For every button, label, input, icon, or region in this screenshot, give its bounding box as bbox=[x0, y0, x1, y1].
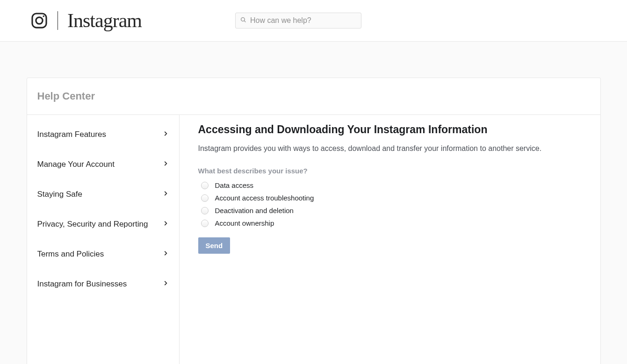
help-center-body: Instagram Features Manage Your Account S… bbox=[27, 115, 600, 364]
sidebar-item-manage-account[interactable]: Manage Your Account bbox=[27, 150, 179, 179]
radio-icon[interactable] bbox=[201, 182, 209, 189]
sidebar-nav: Instagram Features Manage Your Account S… bbox=[27, 115, 180, 364]
radio-label: Deactivation and deletion bbox=[215, 207, 294, 214]
chevron-right-icon bbox=[162, 190, 169, 199]
logo-group[interactable]: Instagram bbox=[30, 9, 142, 32]
instagram-glyph-icon bbox=[30, 12, 48, 29]
article-main: Accessing and Downloading Your Instagram… bbox=[180, 115, 600, 364]
radio-icon[interactable] bbox=[201, 194, 209, 202]
issue-question: What best describes your issue? bbox=[198, 167, 582, 175]
svg-rect-0 bbox=[32, 14, 46, 28]
search-icon bbox=[240, 17, 246, 24]
logo-divider bbox=[58, 11, 58, 30]
sidebar-item-label: Staying Safe bbox=[37, 190, 82, 199]
help-center-header: Help Center bbox=[27, 78, 600, 115]
top-header: Instagram bbox=[0, 0, 627, 42]
radio-icon[interactable] bbox=[201, 207, 209, 214]
chevron-right-icon bbox=[162, 160, 169, 169]
radio-option-account-access[interactable]: Account access troubleshooting bbox=[201, 194, 582, 202]
search-wrap bbox=[235, 13, 361, 29]
svg-point-3 bbox=[241, 18, 245, 21]
radio-option-ownership[interactable]: Account ownership bbox=[201, 219, 582, 227]
chevron-right-icon bbox=[162, 279, 169, 289]
article-title: Accessing and Downloading Your Instagram… bbox=[198, 123, 582, 136]
chevron-right-icon bbox=[162, 130, 169, 139]
sidebar-item-privacy-security[interactable]: Privacy, Security and Reporting bbox=[27, 209, 179, 239]
radio-label: Account ownership bbox=[215, 219, 274, 227]
svg-line-4 bbox=[244, 21, 245, 22]
radio-option-data-access[interactable]: Data access bbox=[201, 181, 582, 189]
radio-icon[interactable] bbox=[201, 220, 209, 227]
help-center-container: Help Center Instagram Features Manage Yo… bbox=[27, 78, 601, 364]
send-button[interactable]: Send bbox=[198, 237, 231, 254]
chevron-right-icon bbox=[162, 220, 169, 229]
instagram-wordmark: Instagram bbox=[67, 9, 142, 32]
search-box[interactable] bbox=[235, 13, 361, 29]
sidebar-item-staying-safe[interactable]: Staying Safe bbox=[27, 179, 179, 209]
sidebar-item-businesses[interactable]: Instagram for Businesses bbox=[27, 269, 179, 299]
search-input[interactable] bbox=[250, 16, 356, 25]
sidebar-item-features[interactable]: Instagram Features bbox=[27, 120, 179, 150]
radio-option-deactivation[interactable]: Deactivation and deletion bbox=[201, 207, 582, 214]
sidebar-item-label: Instagram Features bbox=[37, 130, 106, 139]
svg-point-2 bbox=[43, 15, 44, 17]
sidebar-item-label: Terms and Policies bbox=[37, 250, 104, 259]
sidebar-item-label: Manage Your Account bbox=[37, 160, 115, 169]
sidebar-item-label: Instagram for Businesses bbox=[37, 279, 127, 289]
help-center-title[interactable]: Help Center bbox=[37, 90, 590, 102]
svg-point-1 bbox=[36, 17, 43, 24]
sidebar-item-terms-policies[interactable]: Terms and Policies bbox=[27, 239, 179, 269]
chevron-right-icon bbox=[162, 250, 169, 259]
sidebar-item-label: Privacy, Security and Reporting bbox=[37, 220, 148, 229]
radio-label: Account access troubleshooting bbox=[215, 194, 314, 202]
article-intro: Instagram provides you with ways to acce… bbox=[198, 144, 582, 153]
radio-label: Data access bbox=[215, 181, 254, 189]
